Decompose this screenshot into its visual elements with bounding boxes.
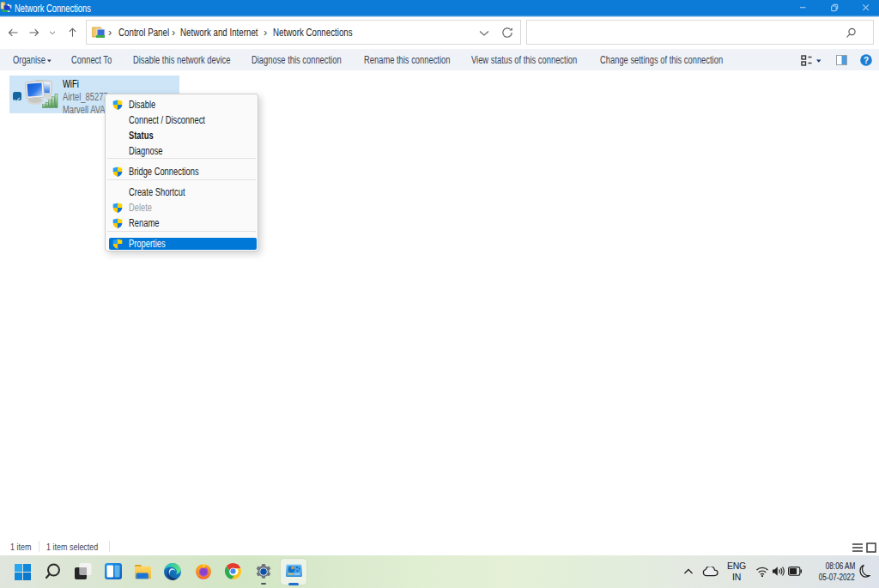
svg-text:?: ? bbox=[864, 56, 869, 65]
